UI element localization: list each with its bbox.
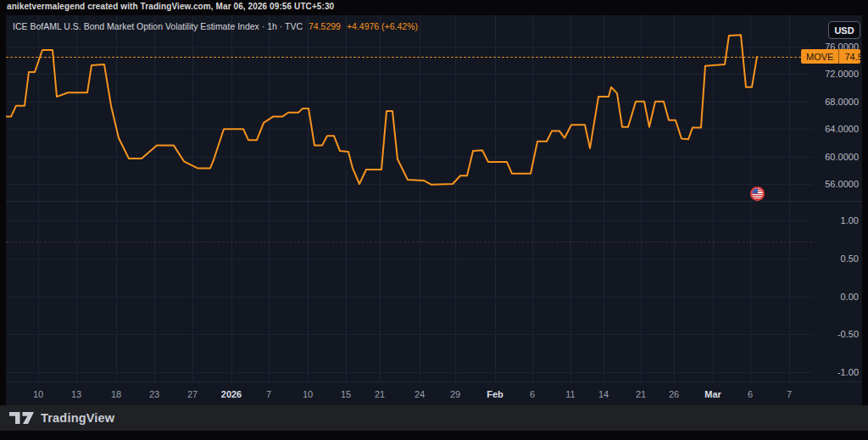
time-axis-label: Feb <box>487 389 504 399</box>
chart-legend[interactable]: ICE BofAML U.S. Bond Market Option Volat… <box>13 21 418 31</box>
time-axis-label: 13 <box>71 389 81 399</box>
price-axis-label: 72.0000 <box>825 69 859 79</box>
badge-symbol-label: MOVE <box>801 49 838 64</box>
time-axis-label: Mar <box>704 389 721 399</box>
current-price-line <box>6 57 801 58</box>
time-axis-label: 7 <box>266 389 271 399</box>
time-axis-label: 21 <box>375 389 385 399</box>
price-axis-label: 60.0000 <box>825 152 859 162</box>
time-axis[interactable]: 1013182327202671015212429Feb611142126Mar… <box>6 382 862 406</box>
attribution-text: aniketvermalegend created with TradingVi… <box>7 2 334 11</box>
bottom-toolbar: TradingView <box>0 405 868 431</box>
price-axis-label: -0.50 <box>837 329 859 339</box>
time-axis-label: 14 <box>598 389 609 399</box>
price-axis-label: 0.00 <box>841 292 859 302</box>
tradingview-snapshot: aniketvermalegend created with TradingVi… <box>0 0 868 440</box>
time-axis-label: 26 <box>669 389 679 399</box>
time-axis-label: 24 <box>415 389 425 399</box>
price-axis-label: 68.0000 <box>825 97 859 107</box>
tradingview-logo-mark-icon <box>9 412 35 425</box>
time-axis-label: 23 <box>149 389 159 399</box>
price-scale-badge: MOVE 74.5299 <box>801 49 860 64</box>
time-axis-label: 10 <box>33 389 43 399</box>
time-axis-label: 15 <box>341 389 351 399</box>
time-axis-label: 29 <box>450 389 460 399</box>
time-axis-label: 21 <box>636 389 646 399</box>
price-axis-label: 56.0000 <box>825 179 859 189</box>
time-axis-label: 10 <box>303 389 313 399</box>
tradingview-logo[interactable]: TradingView <box>9 405 114 431</box>
legend-change: +4.4976 (+6.42%) <box>347 21 418 31</box>
time-axis-label: 7 <box>787 389 792 399</box>
price-axis[interactable]: 76.000072.000068.000064.000060.000056.00… <box>812 15 862 382</box>
price-line-series <box>6 15 812 382</box>
flag-canton <box>752 188 758 193</box>
chart-panel[interactable]: ICE BofAML U.S. Bond Market Option Volat… <box>6 15 862 405</box>
legend-last-price: 74.5299 <box>309 21 341 31</box>
time-axis-label: 11 <box>565 389 575 399</box>
time-axis-label: 27 <box>187 389 198 399</box>
price-axis-label: -1.00 <box>837 367 859 377</box>
time-axis-label: 6 <box>530 389 535 399</box>
tradingview-logo-text: TradingView <box>41 411 114 425</box>
price-axis-label: 0.50 <box>841 253 859 264</box>
time-axis-label: 18 <box>111 389 121 399</box>
price-axis-label: 1.00 <box>841 215 859 226</box>
time-axis-label: 2026 <box>221 389 242 399</box>
price-axis-label: 64.0000 <box>825 124 859 134</box>
us-flag-event-icon[interactable] <box>750 187 765 201</box>
legend-symbol-title[interactable]: ICE BofAML U.S. Bond Market Option Volat… <box>13 21 303 31</box>
time-axis-label: 6 <box>748 389 753 399</box>
badge-price-value: 74.5299 <box>838 49 860 64</box>
